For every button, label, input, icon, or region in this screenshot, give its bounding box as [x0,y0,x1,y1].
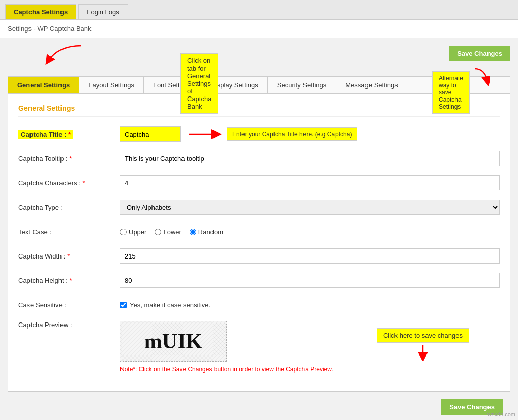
save-changes-button-top[interactable]: Save Changes [449,46,510,61]
text-case-row: Text Case : Upper Lower Random [18,223,500,240]
tooltip-alt-save: Alternate way to save Captcha Settings [432,71,470,114]
captcha-preview-image: mUIK [120,321,227,362]
tab-captcha-settings[interactable]: Captcha Settings [5,4,76,19]
bottom-actions: Save Changes [8,392,510,417]
arrow-to-title-hint [186,129,222,139]
case-sensitive-label: Case Sensitive : [18,301,120,309]
captcha-preview-row: Captcha Preview : mUIK Note*: Click on t… [18,321,500,373]
captcha-preview-text: mUIK [144,329,202,353]
captcha-characters-input[interactable] [120,175,500,190]
captcha-height-row: Captcha Height : * [18,272,500,288]
captcha-tooltip-input[interactable] [120,151,500,166]
arrow-to-tab [43,41,84,66]
case-sensitive-text: Yes, make it case sensitive. [130,301,210,309]
captcha-type-select[interactable]: Only Alphabets Only Numbers Alphanumeric [120,200,500,215]
captcha-characters-row: Captcha Characters : * [18,175,500,191]
captcha-height-label: Captcha Height : * [18,277,120,284]
captcha-type-label: Captcha Type : [18,204,120,211]
tab-login-logs[interactable]: Login Logs [78,4,128,19]
tooltip-save-bottom: Click here to save changes [377,328,469,343]
captcha-preview-label: Captcha Preview : [18,321,120,329]
main-content: Click on tab for General Settings of Cap… [0,38,518,420]
captcha-type-row: Captcha Type : Only Alphabets Only Numbe… [18,199,500,215]
text-case-label: Text Case : [18,228,120,236]
breadcrumb: Settings - WP Captcha Bank [0,20,518,38]
tab-message-settings[interactable]: Message Settings [336,77,407,93]
captcha-title-label: Captcha Title : * [18,131,120,138]
radio-upper[interactable]: Upper [120,228,146,236]
captcha-title-row: Captcha Title : * E [18,126,500,142]
captcha-characters-label: Captcha Characters : * [18,179,120,187]
captcha-height-input[interactable] [120,273,500,288]
tooltip-captcha-title: Enter your Captcha Title here. (e.g Capt… [227,127,357,141]
tab-general-settings[interactable]: General Settings [8,77,79,93]
captcha-preview-note: Note*: Click on the Save Changes button … [120,366,333,373]
watermark: wsxdn.com [487,411,515,417]
arrow-to-save-bottom [408,343,438,361]
panel-title: General Settings [18,104,500,117]
tab-security-settings[interactable]: Security Settings [268,77,337,93]
radio-random[interactable]: Random [190,228,223,236]
tooltip-general-settings: Click on tab for General Settings of Cap… [180,53,218,114]
captcha-title-input[interactable] [120,126,181,142]
captcha-width-input[interactable] [120,248,500,264]
tab-layout-settings[interactable]: Layout Settings [79,77,144,93]
captcha-width-label: Captcha Width : * [18,252,120,260]
case-sensitive-checkbox-label[interactable]: Yes, make it case sensitive. [120,301,210,309]
case-sensitive-checkbox[interactable] [120,302,127,308]
case-sensitive-row: Case Sensitive : Yes, make it case sensi… [18,297,500,313]
captcha-tooltip-label: Captcha Tooltip : * [18,155,120,163]
captcha-tooltip-row: Captcha Tooltip : * [18,150,500,167]
top-tab-bar: Captcha Settings Login Logs [0,0,518,20]
text-case-radio-group: Upper Lower Random [120,228,223,236]
general-settings-panel: General Settings Captcha Title : * [8,93,510,392]
radio-lower[interactable]: Lower [155,228,181,236]
captcha-width-row: Captcha Width : * [18,248,500,264]
